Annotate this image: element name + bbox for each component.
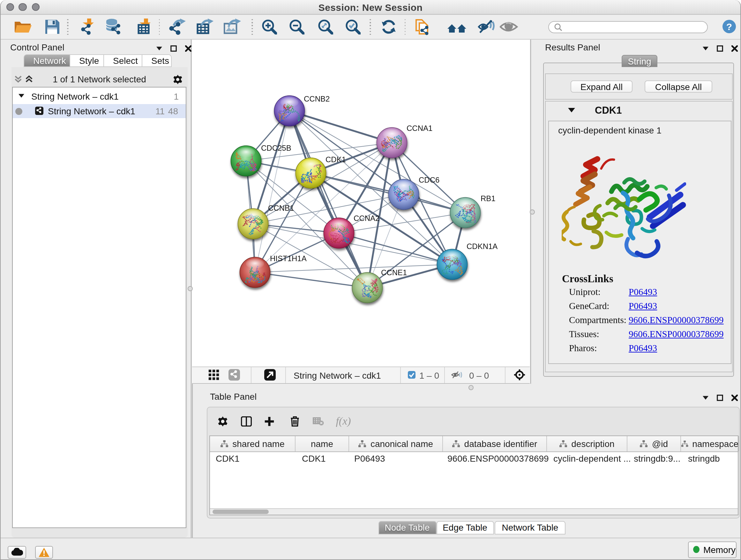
svg-text:CDKN1A: CDKN1A	[467, 242, 497, 251]
svg-text:CCNE1: CCNE1	[381, 268, 407, 277]
svg-text:CCNB2: CCNB2	[304, 95, 330, 103]
svg-text:CDC25B: CDC25B	[261, 144, 291, 152]
svg-text:CDK1: CDK1	[326, 155, 346, 164]
svg-text:CCNA1: CCNA1	[407, 124, 432, 132]
svg-text:CCNB1: CCNB1	[268, 204, 294, 212]
svg-text:RB1: RB1	[481, 194, 495, 203]
svg-text:HIST1H1A: HIST1H1A	[270, 254, 307, 263]
svg-text:CDC6: CDC6	[419, 176, 440, 184]
svg-text:CCNA2: CCNA2	[354, 214, 380, 223]
